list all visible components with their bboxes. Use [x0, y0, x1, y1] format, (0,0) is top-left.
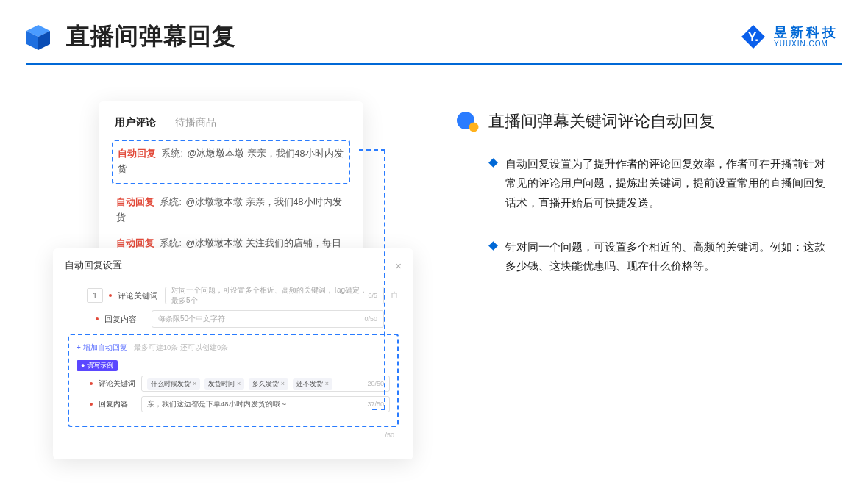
- highlighted-comment: 自动回复 系统: @冰墩墩本墩 亲亲，我们48小时内发货: [112, 140, 350, 184]
- example-reply-input[interactable]: 亲，我们这边都是下单48小时内发货的哦～ 37/50: [141, 396, 390, 412]
- required-dot: [109, 294, 112, 297]
- keyword-input[interactable]: 对同一个问题，可设置多个相近、高频的关键词，Tag确定，最多5个 0/5: [165, 287, 384, 304]
- order-number: 1: [87, 288, 103, 303]
- example-reply-text: 亲，我们这边都是下单48小时内发货的哦～: [147, 400, 288, 409]
- tab-pending-products[interactable]: 待播商品: [175, 116, 216, 129]
- reply-label: 回复内容: [104, 314, 146, 325]
- connector-line: [359, 149, 385, 151]
- tag-remove-icon[interactable]: ×: [281, 380, 285, 387]
- cube-icon: [24, 22, 53, 51]
- required-dot: [96, 317, 99, 320]
- logo-text-cn: 昱新科技: [774, 26, 839, 39]
- svg-point-7: [469, 123, 479, 132]
- counter: 0/50: [364, 315, 377, 323]
- auto-reply-tag: 自动回复: [118, 148, 156, 159]
- outer-counter: /50: [385, 431, 394, 439]
- section-title: 直播间弹幕关键词评论自动回复: [488, 110, 715, 132]
- auto-reply-tag: 自动回复: [116, 238, 154, 248]
- keyword-tag[interactable]: 发货时间×: [204, 378, 244, 390]
- connector-line: [372, 409, 385, 410]
- diamond-bullet-icon: [488, 241, 498, 251]
- counter: 20/50: [367, 380, 384, 387]
- example-reply-label: 回复内容: [99, 399, 135, 409]
- keyword-tag[interactable]: 还不发货×: [293, 378, 332, 390]
- placeholder-text: 每条限50个中文字符: [158, 314, 225, 324]
- system-prefix: 系统:: [160, 197, 181, 207]
- trash-icon[interactable]: [390, 290, 399, 301]
- settings-title: 自动回复设置: [65, 259, 122, 272]
- connector-line: [384, 149, 385, 409]
- keyword-tag[interactable]: 多久发货×: [249, 378, 288, 390]
- diamond-bullet-icon: [488, 158, 498, 168]
- add-auto-reply-link[interactable]: + 增加自动回复: [77, 343, 127, 351]
- chat-bubble-icon: [456, 110, 478, 132]
- required-dot: [90, 382, 93, 385]
- bullet-text: 针对同一个问题，可设置多个相近的、高频的关键词。例如：这款多少钱、这块能优惠吗、…: [505, 237, 829, 276]
- example-box: + 增加自动回复 最多可建10条 还可以创建9条 ● 填写示例 评论关键词 什么…: [68, 334, 399, 427]
- add-help-text: 最多可建10条 还可以创建9条: [134, 343, 229, 351]
- counter: 37/50: [367, 401, 384, 408]
- svg-rect-5: [392, 293, 396, 298]
- tag-remove-icon[interactable]: ×: [237, 380, 241, 387]
- drag-handle-icon[interactable]: ⋮⋮: [68, 291, 81, 301]
- example-badge: ● 填写示例: [77, 360, 118, 371]
- page-title: 直播间弹幕回复: [66, 21, 236, 53]
- logo-text-en: YUUXIN.COM: [774, 40, 839, 48]
- system-prefix: 系统:: [161, 148, 182, 159]
- reply-input[interactable]: 每条限50个中文字符 0/50: [152, 310, 384, 328]
- tag-remove-icon[interactable]: ×: [193, 380, 196, 387]
- close-icon[interactable]: ×: [395, 259, 402, 272]
- tag-remove-icon[interactable]: ×: [325, 380, 329, 387]
- keyword-label: 评论关键词: [118, 290, 159, 301]
- bullet-text: 自动回复设置为了提升作者的评论回复效率，作者可在开播前针对常见的评论用户问题，提…: [505, 154, 829, 212]
- brand-logo: Y. 昱新科技 YUUXIN.COM: [740, 24, 839, 50]
- example-keyword-label: 评论关键词: [99, 378, 135, 389]
- keyword-tag[interactable]: 什么时候发货×: [147, 378, 200, 390]
- placeholder-text: 对同一个问题，可设置多个相近、高频的关键词，Tag确定，最多5个: [171, 285, 368, 306]
- example-keyword-input[interactable]: 什么时候发货× 发货时间× 多久发货× 还不发货× 20/50: [141, 376, 390, 392]
- required-dot: [90, 403, 93, 406]
- system-prefix: 系统:: [160, 238, 181, 248]
- settings-card: 自动回复设置 × ⋮⋮ 1 评论关键词 对同一个问题，可设置多个相近、高频的关键…: [53, 248, 413, 459]
- svg-text:Y.: Y.: [748, 30, 758, 44]
- tab-user-comments[interactable]: 用户评论: [115, 116, 156, 129]
- counter: 0/5: [368, 292, 377, 299]
- auto-reply-tag: 自动回复: [116, 197, 154, 207]
